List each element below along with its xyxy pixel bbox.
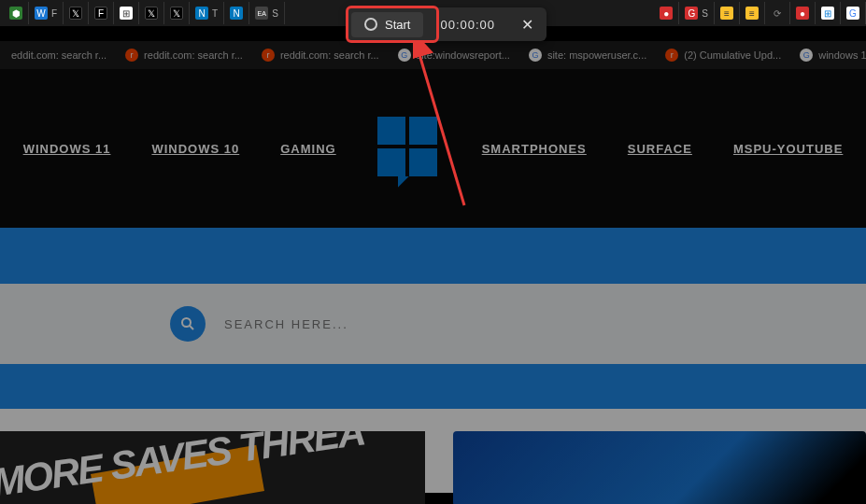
favicon-icon: ≡ bbox=[745, 7, 759, 20]
search-icon bbox=[180, 316, 195, 331]
tab-label: F bbox=[51, 8, 57, 19]
bookmark-item[interactable]: Gsite:windowsreport... bbox=[390, 49, 518, 62]
hero-band-top bbox=[0, 228, 866, 284]
nav-link-smartphones[interactable]: SMARTPHONES bbox=[482, 142, 587, 156]
bookmark-item[interactable]: r(2) Cumulative Upd... bbox=[658, 49, 788, 62]
nav-link-windows11[interactable]: WINDOWS 11 bbox=[23, 142, 111, 156]
tab-label: S bbox=[272, 8, 278, 19]
bookmark-label: eddit.com: search r... bbox=[11, 49, 106, 61]
browser-tab[interactable]: NT bbox=[190, 2, 224, 24]
favicon-icon: ≡ bbox=[720, 7, 733, 20]
browser-tab[interactable]: 𝕏 bbox=[64, 2, 89, 24]
svg-line-3 bbox=[190, 326, 193, 329]
browser-tab[interactable]: ⟳ bbox=[765, 2, 790, 24]
tab-label: S bbox=[702, 8, 708, 19]
favicon-icon: G bbox=[685, 7, 698, 20]
bookmark-item[interactable]: Gsite: mspoweruser.c... bbox=[521, 49, 654, 62]
site-logo[interactable] bbox=[377, 117, 441, 180]
close-recorder-button[interactable]: ✕ bbox=[508, 16, 547, 34]
favicon-icon: N bbox=[195, 7, 208, 20]
favicon-icon: ⬢ bbox=[9, 7, 22, 20]
browser-tab[interactable]: GS bbox=[679, 2, 715, 24]
site-navigation: WINDOWS 11 WINDOWS 10 GAMING SMARTPHONES… bbox=[0, 69, 866, 228]
nav-link-youtube[interactable]: MSPU-YOUTUBE bbox=[733, 142, 843, 156]
browser-tab[interactable]: N bbox=[224, 2, 249, 24]
browser-tab[interactable]: F bbox=[89, 2, 114, 24]
nav-link-windows10[interactable]: WINDOWS 10 bbox=[151, 142, 239, 156]
bookmark-label: reddit.com: search r... bbox=[280, 49, 379, 61]
browser-tab[interactable]: 𝕏 bbox=[164, 2, 190, 24]
nav-link-gaming[interactable]: GAMING bbox=[280, 142, 335, 156]
favicon-icon: ● bbox=[796, 7, 809, 20]
nav-link-surface[interactable]: SURFACE bbox=[628, 142, 692, 156]
bookmark-label: (2) Cumulative Upd... bbox=[684, 49, 781, 61]
reddit-icon: r bbox=[262, 49, 275, 62]
article-card[interactable] bbox=[453, 431, 866, 504]
favicon-icon: ● bbox=[660, 7, 673, 20]
bookmark-item[interactable]: rreddit.com: search r... bbox=[254, 49, 387, 62]
search-input[interactable] bbox=[224, 317, 411, 331]
favicon-icon: 𝕏 bbox=[69, 7, 82, 20]
bookmark-item[interactable]: rreddit.com: search r... bbox=[118, 49, 250, 62]
bookmark-label: site:windowsreport... bbox=[417, 49, 510, 61]
browser-tab[interactable]: ≡ bbox=[740, 2, 765, 24]
favicon-icon: F bbox=[94, 7, 107, 20]
bookmark-label: site: mspoweruser.c... bbox=[547, 49, 646, 61]
start-label: Start bbox=[385, 18, 410, 32]
webpage-content: WINDOWS 11 WINDOWS 10 GAMING SMARTPHONES… bbox=[0, 69, 866, 493]
recording-timer: 00:00:00 bbox=[427, 18, 508, 32]
favicon-icon: G bbox=[846, 7, 859, 20]
browser-tab[interactable]: 𝕏 bbox=[139, 2, 164, 24]
browser-tab[interactable]: WF bbox=[29, 2, 64, 24]
favicon-icon: ⟳ bbox=[771, 7, 784, 20]
screen-recorder-toolbar: Start 00:00:00 ✕ bbox=[348, 7, 547, 41]
browser-tab[interactable]: ● bbox=[790, 2, 816, 24]
bookmark-label: reddit.com: search r... bbox=[144, 49, 243, 61]
reddit-icon: r bbox=[665, 49, 678, 62]
google-icon: G bbox=[529, 49, 542, 62]
favicon-icon: ⊞ bbox=[120, 7, 133, 20]
browser-tab[interactable]: ≡ bbox=[715, 2, 740, 24]
favicon-icon: N bbox=[230, 7, 243, 20]
favicon-icon: 𝕏 bbox=[170, 7, 183, 20]
browser-tab[interactable]: G bbox=[841, 2, 866, 24]
search-section bbox=[0, 284, 866, 364]
favicon-icon: ⊞ bbox=[821, 7, 834, 20]
bookmark-item[interactable]: eddit.com: search r... bbox=[4, 49, 114, 61]
browser-tab[interactable]: ● bbox=[654, 2, 679, 24]
browser-tab[interactable]: ⊞ bbox=[816, 2, 841, 24]
search-button[interactable] bbox=[170, 306, 206, 342]
start-recording-button[interactable]: Start bbox=[351, 12, 423, 37]
article-cards-row: MORE SAVES THREA bbox=[0, 409, 866, 493]
bookmark-item[interactable]: Gwindows 11 - Goog... bbox=[792, 49, 866, 62]
favicon-icon: W bbox=[35, 7, 48, 20]
browser-tab[interactable]: ⊞ bbox=[114, 2, 139, 24]
favicon-icon: EA bbox=[255, 7, 268, 20]
favicon-icon: 𝕏 bbox=[145, 7, 158, 20]
hero-band-bottom bbox=[0, 364, 866, 409]
svg-point-2 bbox=[182, 318, 191, 327]
google-icon: G bbox=[800, 49, 813, 62]
google-icon: G bbox=[398, 49, 411, 62]
bookmark-label: windows 11 - Goog... bbox=[818, 49, 866, 61]
bookmarks-bar: eddit.com: search r... rreddit.com: sear… bbox=[0, 41, 866, 69]
browser-tab[interactable]: EAS bbox=[249, 2, 285, 24]
article-card[interactable]: MORE SAVES THREA bbox=[0, 431, 425, 504]
record-icon bbox=[364, 18, 377, 31]
reddit-icon: r bbox=[125, 49, 138, 62]
tab-strip-right: ● GS ≡ ≡ ⟳ ● ⊞ G bbox=[654, 0, 866, 26]
tab-label: T bbox=[212, 8, 218, 19]
browser-tab[interactable]: ⬢ bbox=[4, 2, 29, 24]
